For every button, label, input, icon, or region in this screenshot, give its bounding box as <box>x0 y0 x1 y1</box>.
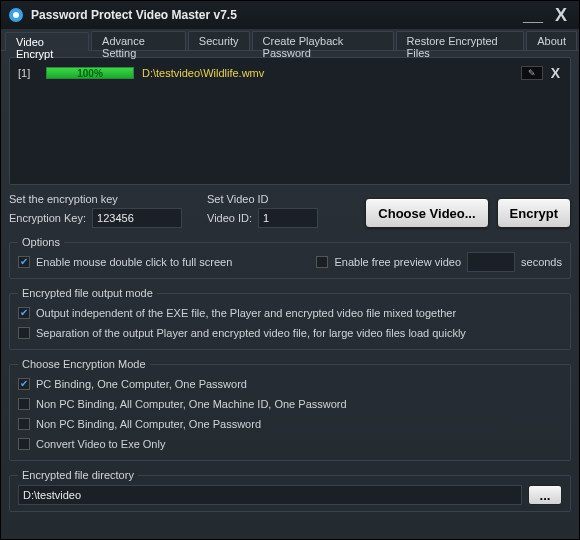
seconds-suffix: seconds <box>521 256 562 268</box>
checkbox-mode-pc-binding[interactable] <box>18 378 30 390</box>
tab-about[interactable]: About <box>526 31 577 50</box>
tab-security[interactable]: Security <box>188 31 250 50</box>
file-row[interactable]: [1] 100% D:\testvideo\Wildlife.wmv ✎ X <box>14 62 566 84</box>
option-fullscreen-label: Enable mouse double click to full screen <box>36 256 232 268</box>
checkbox-free-preview[interactable] <box>316 256 328 268</box>
output-mixed-label: Output independent of the EXE file, the … <box>36 307 456 319</box>
checkbox-fullscreen[interactable] <box>18 256 30 268</box>
tab-restore-encrypted-files[interactable]: Restore Encrypted Files <box>396 31 525 50</box>
choose-video-button[interactable]: Choose Video... <box>365 198 488 228</box>
file-index: [1] <box>18 67 46 79</box>
app-title: Password Protect Video Master v7.5 <box>31 8 237 22</box>
video-id-title: Set Video ID <box>207 193 337 205</box>
tab-create-playback-password[interactable]: Create Playback Password <box>252 31 394 50</box>
video-id-label: Video ID: <box>207 212 252 224</box>
file-list: [1] 100% D:\testvideo\Wildlife.wmv ✎ X <box>9 57 571 185</box>
svg-point-1 <box>13 12 19 18</box>
checkbox-mode-non-pc[interactable] <box>18 418 30 430</box>
app-logo-icon <box>7 6 25 24</box>
tab-content: [1] 100% D:\testvideo\Wildlife.wmv ✎ X S… <box>1 51 579 518</box>
remove-file-button[interactable]: X <box>549 65 562 81</box>
option-free-preview-label: Enable free preview video <box>334 256 461 268</box>
encryption-key-title: Set the encryption key <box>9 193 199 205</box>
directory-legend: Encrypted file directory <box>18 469 138 481</box>
preview-seconds-input[interactable] <box>467 252 515 272</box>
output-mode-legend: Encrypted file output mode <box>18 287 157 299</box>
checkbox-mode-exe-only[interactable] <box>18 438 30 450</box>
checkbox-output-mixed[interactable] <box>18 307 30 319</box>
encryption-mode-group: Choose Encryption Mode PC Binding, One C… <box>9 358 571 461</box>
checkbox-output-separate[interactable] <box>18 327 30 339</box>
encryption-mode-legend: Choose Encryption Mode <box>18 358 150 370</box>
app-window: Password Protect Video Master v7.5 __ X … <box>0 0 580 540</box>
options-group: Options Enable mouse double click to ful… <box>9 236 571 279</box>
video-id-input[interactable] <box>258 208 318 228</box>
browse-directory-button[interactable]: ... <box>528 485 562 505</box>
minimize-button[interactable]: __ <box>517 5 549 26</box>
mode-pc-binding-label: PC Binding, One Computer, One Password <box>36 378 247 390</box>
progress-text: 100% <box>77 68 103 79</box>
mode-non-pc-label: Non PC Binding, All Computer, One Passwo… <box>36 418 261 430</box>
edit-icon[interactable]: ✎ <box>521 66 543 80</box>
close-button[interactable]: X <box>549 5 573 26</box>
checkbox-mode-machine-id[interactable] <box>18 398 30 410</box>
directory-group: Encrypted file directory ... <box>9 469 571 512</box>
file-path: D:\testvideo\Wildlife.wmv <box>142 67 521 79</box>
output-separate-label: Separation of the output Player and encr… <box>36 327 466 339</box>
encryption-key-label: Encryption Key: <box>9 212 86 224</box>
directory-input[interactable] <box>18 485 522 505</box>
encrypt-button[interactable]: Encrypt <box>497 198 571 228</box>
mode-exe-only-label: Convert Video to Exe Only <box>36 438 165 450</box>
mode-machine-id-label: Non PC Binding, All Computer, One Machin… <box>36 398 347 410</box>
encryption-key-input[interactable] <box>92 208 182 228</box>
tab-advance-setting[interactable]: Advance Setting <box>91 31 186 50</box>
output-mode-group: Encrypted file output mode Output indepe… <box>9 287 571 350</box>
progress-bar: 100% <box>46 67 134 79</box>
tab-bar: Video Encrypt Advance Setting Security C… <box>1 29 579 51</box>
titlebar: Password Protect Video Master v7.5 __ X <box>1 1 579 29</box>
tab-video-encrypt[interactable]: Video Encrypt <box>5 32 89 51</box>
options-legend: Options <box>18 236 64 248</box>
